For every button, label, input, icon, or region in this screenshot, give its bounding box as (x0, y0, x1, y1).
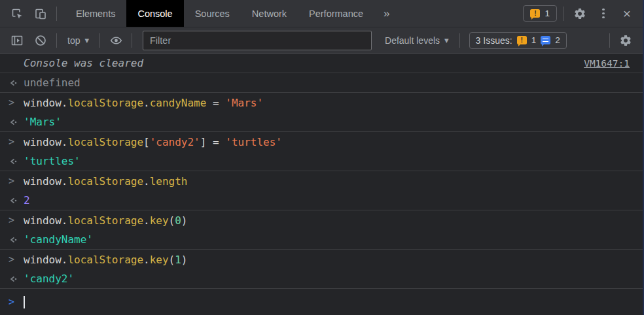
text-cursor (24, 296, 25, 308)
console-panel: Console was clearedVM1647:1undefined>win… (0, 54, 644, 315)
console-input-row[interactable]: > (0, 289, 644, 315)
chevron-down-icon: ▼ (444, 37, 449, 44)
console-command-row: >window.localStorage.candyName = 'Mars' (0, 93, 644, 112)
console-messages: Console was clearedVM1647:1undefined>win… (0, 54, 644, 289)
console-message-text: window.localStorage.key(0) (24, 214, 188, 227)
row-icon-cell: > (9, 175, 24, 187)
log-levels-selector[interactable]: Default levels ▼ (378, 35, 456, 46)
prompt-chevron-icon: > (9, 97, 14, 108)
issues-counter[interactable]: 3 Issues: ! 1 2 (469, 32, 567, 49)
separator (56, 7, 57, 21)
console-result-row: 'candyName' (0, 230, 644, 250)
tab-bar-right-controls: ! 1 × (523, 0, 644, 27)
row-icon-cell (9, 79, 24, 87)
console-sidebar-icon (10, 33, 24, 48)
prompt-chevron-icon: > (9, 214, 14, 226)
console-command-row: >window.localStorage.length (0, 171, 644, 191)
separator (609, 33, 610, 48)
settings-icon[interactable] (568, 5, 592, 23)
return-value-arrow-icon (9, 118, 18, 126)
row-icon-cell: > (9, 136, 24, 148)
row-icon-cell: > (9, 97, 24, 108)
return-value-arrow-icon (9, 236, 18, 244)
row-icon-cell (9, 236, 24, 244)
devtools-tab-bar: ElementsConsoleSourcesNetworkPerformance… (0, 0, 644, 27)
console-command-row: >window.localStorage['candy2'] = 'turtle… (0, 132, 644, 152)
console-message-text: window.localStorage['candy2'] = 'turtles… (24, 136, 282, 148)
inspect-cursor-icon (10, 7, 24, 21)
error-badge[interactable]: ! 1 (523, 5, 557, 22)
device-toolbar-icon (33, 7, 48, 21)
console-result-row: 2 (0, 191, 644, 210)
console-message-text: 2 (24, 194, 30, 207)
console-toolbar: top ▼ Default levels ▼ 3 Issues: ! 1 2 (0, 27, 644, 54)
return-value-arrow-icon (9, 158, 18, 165)
console-message-text: window.localStorage.length (24, 175, 187, 188)
row-icon-cell (9, 275, 24, 283)
separator (132, 33, 132, 48)
issues-message-count: 2 (555, 35, 560, 45)
row-icon-cell: > (9, 214, 24, 226)
toggle-device-toolbar-button[interactable] (29, 5, 52, 23)
console-message-text: 'candyName' (24, 233, 93, 246)
tab-sources[interactable]: Sources (184, 0, 241, 27)
console-settings-icon[interactable] (614, 31, 637, 50)
issues-error-count: 1 (531, 35, 537, 45)
tab-network[interactable]: Network (241, 0, 298, 27)
tab-performance[interactable]: Performance (298, 0, 374, 27)
tab-elements[interactable]: Elements (65, 0, 126, 27)
overflow-menu-icon[interactable] (592, 5, 615, 23)
show-console-sidebar-button[interactable] (5, 31, 29, 50)
console-message-text: undefined (24, 76, 80, 89)
console-command-row: >window.localStorage.key(0) (0, 210, 644, 230)
log-levels-label: Default levels (385, 35, 440, 46)
context-selector-label: top (67, 35, 80, 46)
separator (459, 33, 460, 48)
more-tabs-button[interactable]: » (374, 0, 399, 27)
javascript-context-selector[interactable]: top ▼ (61, 35, 96, 46)
console-info-row: Console was clearedVM1647:1 (0, 54, 644, 73)
console-prompt-icon: > (9, 296, 14, 308)
eye-icon (109, 33, 124, 48)
console-message-text: Console was cleared (24, 57, 143, 69)
row-icon-cell: > (9, 254, 24, 265)
prompt-chevron-icon: > (9, 136, 14, 148)
console-result-row: 'turtles' (0, 152, 644, 171)
separator (56, 33, 57, 48)
return-value-arrow-icon (9, 79, 18, 87)
return-value-arrow-icon (9, 275, 18, 283)
issues-label: 3 Issues: (476, 35, 512, 46)
console-result-row: 'Mars' (0, 112, 644, 132)
console-message-text: window.localStorage.candyName = 'Mars' (24, 97, 263, 109)
tab-console[interactable]: Console (126, 0, 183, 27)
row-icon-cell (9, 118, 24, 126)
console-result-row: 'candy2' (0, 269, 644, 289)
error-bubble-icon: ! (530, 9, 540, 18)
error-badge-count: 1 (545, 8, 550, 18)
return-value-arrow-icon (9, 197, 18, 205)
input-prompt-cell: > (9, 296, 24, 308)
row-icon-cell (9, 197, 24, 205)
clear-console-button[interactable] (29, 31, 52, 50)
prompt-chevron-icon: > (9, 175, 14, 187)
console-message-text: 'Mars' (24, 116, 62, 128)
console-result-row: undefined (0, 73, 644, 93)
create-live-expression-button[interactable] (104, 31, 128, 50)
console-command-row: >window.localStorage.key(1) (0, 250, 644, 269)
issue-error-bubble-icon: ! (517, 36, 527, 44)
panel-tabs: ElementsConsoleSourcesNetworkPerformance (65, 0, 374, 27)
clear-console-icon (33, 33, 48, 48)
tab-bar-left-icons (0, 0, 61, 27)
filter-input[interactable] (143, 31, 372, 50)
chevron-down-icon: ▼ (84, 37, 89, 44)
inspect-element-button[interactable] (5, 5, 29, 23)
issue-message-bubble-icon (541, 36, 550, 44)
prompt-chevron-icon: > (9, 254, 14, 265)
separator (99, 33, 100, 48)
separator (564, 7, 564, 21)
row-icon-cell (9, 158, 24, 165)
source-link[interactable]: VM1647:1 (584, 58, 630, 69)
console-message-text: 'candy2' (24, 273, 74, 285)
console-message-text: 'turtles' (24, 155, 80, 167)
close-icon[interactable]: × (615, 5, 639, 23)
